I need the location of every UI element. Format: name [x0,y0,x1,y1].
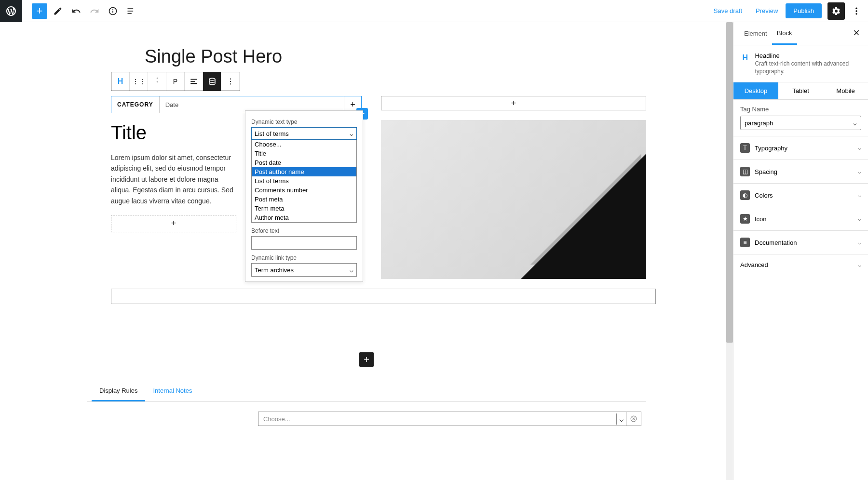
add-container-button[interactable]: + [359,352,374,367]
block-more-button[interactable] [221,72,240,91]
category-label[interactable]: CATEGORY [111,96,160,113]
tab-display-rules[interactable]: Display Rules [92,381,145,401]
scrollbar-thumb[interactable] [726,22,733,343]
accordion-documentation[interactable]: ≡Documentation ⌵ [733,230,868,254]
typography-icon: T [740,143,750,153]
hero-right-column: + [381,96,646,279]
bottom-tabs: Display Rules Internal Notes [87,381,646,402]
list-view-button[interactable] [123,3,139,19]
date-label[interactable]: Date [160,101,184,108]
dynamic-link-type-select[interactable]: Term archives ⌵ [251,263,357,277]
accordion-label: Colors [755,192,773,199]
svg-point-6 [230,79,231,80]
lorem-paragraph[interactable]: Lorem ipsum dolor sit amet, consectetur … [111,152,236,206]
text-type-option[interactable]: Title [252,149,356,158]
align-button[interactable] [185,72,203,91]
device-tablet-tab[interactable]: Tablet [778,82,823,99]
svg-point-4 [855,13,857,14]
accordion-advanced[interactable]: Advanced ⌵ [733,254,868,275]
selected-link-type-value: Term archives [255,267,294,274]
accordion-label: Typography [755,145,787,152]
pencil-icon [53,6,63,16]
full-width-placeholder[interactable] [111,289,656,304]
wordpress-logo[interactable] [0,0,22,22]
accordion-typography[interactable]: TTypography ⌵ [733,136,868,160]
bottom-panel: Display Rules Internal Notes Choose... ⌵ [87,381,646,426]
documentation-icon: ≡ [740,238,750,247]
dynamic-text-type-label: Dynamic text type [251,119,357,125]
save-draft-button[interactable]: Save draft [708,4,748,17]
chevron-down-icon[interactable]: ⌵ [617,412,626,426]
wordpress-icon [5,5,17,17]
preview-button[interactable]: Preview [750,4,784,17]
display-rule-select[interactable]: Choose... [258,413,617,425]
device-mobile-tab[interactable]: Mobile [823,82,868,99]
headline-block-icon: H [740,52,750,64]
undo-button[interactable] [68,3,84,19]
more-vertical-icon [226,77,235,86]
settings-sidebar: Element Block H Headline Craft text-rich… [733,22,868,480]
add-block-button[interactable]: + [32,3,47,19]
tag-name-select[interactable]: paragraph ⌵ [740,116,861,130]
headline-block-button[interactable]: H [111,72,130,91]
accordion-icon[interactable]: ★Icon ⌵ [733,207,868,230]
close-sidebar-button[interactable] [851,27,862,40]
remove-rule-button[interactable] [626,415,641,422]
tab-element[interactable]: Element [739,22,772,45]
chevron-down-icon: ⌵ [858,192,861,199]
chevron-down-icon: ⌵ [350,267,353,274]
close-icon [853,29,860,37]
svg-point-5 [209,78,215,80]
drag-handle-button[interactable]: ⋮⋮ [130,72,148,91]
align-icon [190,77,198,86]
editor-canvas[interactable]: Single Post Hero H ⋮⋮ ˄˅ P CATEGORY D [0,22,733,480]
before-text-input[interactable] [251,236,357,250]
colors-icon: ◐ [740,190,750,200]
text-type-option[interactable]: Author meta [252,213,356,222]
text-type-option[interactable]: Choose... [252,140,356,149]
info-button[interactable] [105,3,121,19]
move-arrows-button[interactable]: ˄˅ [148,72,166,91]
edit-tool-button[interactable] [50,3,66,19]
hero-row: H ⋮⋮ ˄˅ P CATEGORY Date + + [111,96,646,279]
text-type-option[interactable]: Post date [252,158,356,167]
tab-block[interactable]: Block [772,22,797,45]
block-info: H Headline Craft text-rich content with … [733,45,868,82]
text-type-option[interactable]: Term meta [252,204,356,213]
add-block-row[interactable]: + [381,96,646,110]
accordion-label: Spacing [755,168,777,175]
publish-button[interactable]: Publish [786,3,822,18]
text-type-option[interactable]: Post author name [252,167,356,176]
add-block-placeholder[interactable]: + [111,215,236,232]
block-toolbar: H ⋮⋮ ˄˅ P [111,72,240,91]
block-title: Headline [755,52,861,59]
text-type-option[interactable]: Post meta [252,195,356,204]
tab-internal-notes[interactable]: Internal Notes [145,381,200,401]
more-options-button[interactable] [849,3,864,19]
dynamic-data-button[interactable] [203,72,221,91]
top-toolbar: + Save draft Preview Publish [0,0,868,22]
page-title[interactable]: Single Post Hero [145,46,646,67]
dynamic-text-type-select[interactable]: List of terms ⌵ [251,127,357,140]
svg-point-2 [855,7,857,9]
paragraph-tag-button[interactable]: P [166,72,185,91]
device-desktop-tab[interactable]: Desktop [733,82,778,99]
scrollbar[interactable] [726,22,733,480]
display-rule-row: Choose... ⌵ [258,412,641,426]
main-area: Single Post Hero H ⋮⋮ ˄˅ P CATEGORY D [0,22,868,480]
redo-button[interactable] [87,3,102,19]
chevron-down-icon: ⌵ [853,120,857,127]
accordion-spacing[interactable]: ◫Spacing ⌵ [733,160,868,183]
info-icon [108,6,118,16]
accordion-colors[interactable]: ◐Colors ⌵ [733,183,868,207]
chevron-down-icon: ⌵ [350,130,353,137]
tag-name-section: Tag Name paragraph ⌵ [733,100,868,136]
before-text-label: Before text [251,227,357,234]
text-type-option[interactable]: Comments number [252,186,356,195]
featured-image[interactable] [381,120,646,279]
svg-point-7 [230,81,231,82]
settings-button[interactable] [827,2,845,20]
image-triangle [521,154,646,279]
chevron-down-icon: ⌵ [858,168,861,175]
text-type-option[interactable]: List of terms [252,176,356,186]
